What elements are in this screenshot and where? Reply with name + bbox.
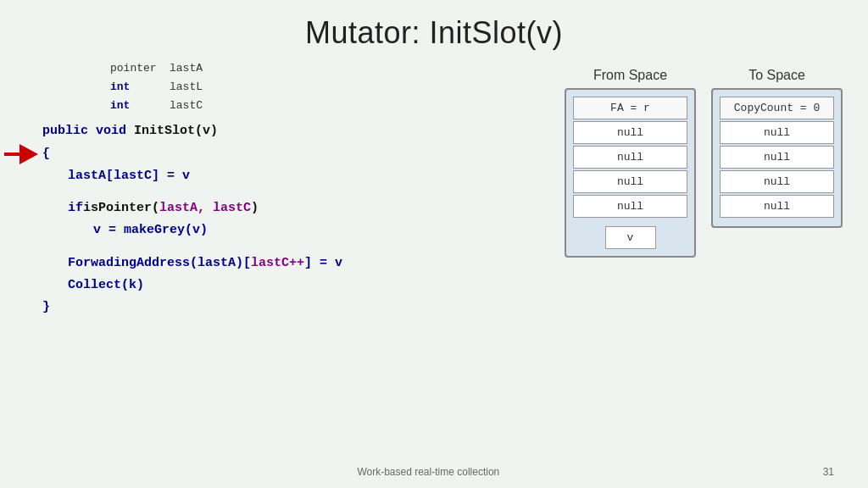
- from-space-label: From Space: [593, 68, 667, 83]
- to-cell-1: null: [720, 121, 834, 144]
- code-text-open: {: [42, 143, 50, 165]
- decl-name-lastc: lastC: [170, 97, 203, 115]
- code-line-forward: ForwadingAddress(lastA)[lastC++] = v: [68, 252, 548, 274]
- from-cell-3: null: [573, 170, 687, 193]
- code-text-assign: lastA[lastC] = v: [68, 165, 190, 187]
- from-cell-4: null: [573, 195, 687, 218]
- code-line-open: {: [42, 143, 548, 165]
- code-text-sig: public void InitSlot(v): [42, 120, 218, 142]
- decl-row-int1: int lastL: [110, 78, 548, 97]
- decl-name-lastl: lastL: [170, 78, 203, 97]
- code-line-close: }: [42, 297, 548, 319]
- to-space-label: To Space: [748, 68, 805, 83]
- from-v-cell: v: [605, 226, 656, 249]
- decl-row-int2: int lastC: [110, 97, 548, 115]
- diagram-wrapper: From Space FA = r null null null null v …: [565, 68, 843, 319]
- content-area: pointer lastA int lastL int lastC public…: [0, 51, 868, 319]
- code-line-makegrey: v = makeGrey(v): [93, 219, 548, 241]
- footer-center: Work-based real-time collection: [357, 466, 499, 478]
- to-space-container: To Space CopyCount = 0 null null null nu…: [711, 68, 843, 319]
- code-text-forward: ForwadingAddress(lastA)[lastC++] = v: [68, 252, 342, 274]
- code-blank2: [42, 242, 548, 252]
- footer: Work-based real-time collection 31: [0, 466, 868, 478]
- from-space-box: FA = r null null null null v: [565, 88, 696, 258]
- code-line-if: if isPointer(lastA, lastC): [68, 197, 548, 219]
- code-body: public void InitSlot(v) { lastA[lastC] =…: [42, 120, 548, 319]
- code-text-close: }: [42, 297, 50, 319]
- from-cell-0: FA = r: [573, 97, 687, 119]
- to-cell-2: null: [720, 146, 834, 169]
- code-section: pointer lastA int lastL int lastC public…: [42, 59, 548, 319]
- decl-type-int1: int: [110, 78, 161, 97]
- arrow-shaft: [4, 152, 21, 156]
- decl-type-int2: int: [110, 97, 161, 115]
- footer-page: 31: [823, 466, 834, 478]
- to-cell-4: null: [720, 195, 834, 218]
- decl-row-pointer: pointer lastA: [110, 59, 548, 78]
- to-cell-0: CopyCount = 0: [720, 97, 834, 119]
- arrow-indicator: [4, 144, 38, 164]
- code-blank1: [42, 187, 548, 197]
- decl-type-pointer: pointer: [110, 59, 161, 78]
- from-cell-1: null: [573, 121, 687, 144]
- from-space-container: From Space FA = r null null null null v: [565, 68, 696, 319]
- code-line-assign: lastA[lastC] = v: [68, 165, 548, 187]
- code-line-sig: public void InitSlot(v): [42, 120, 548, 142]
- slide: Mutator: InitSlot(v) pointer lastA int l…: [0, 0, 868, 488]
- code-line-collect: Collect(k): [68, 274, 548, 297]
- declaration-block: pointer lastA int lastL int lastC: [110, 59, 548, 115]
- decl-name-lasta: lastA: [170, 59, 203, 78]
- from-cell-2: null: [573, 146, 687, 169]
- code-text-makegrey: v = makeGrey(v): [93, 219, 208, 241]
- code-text-collect: Collect(k): [68, 274, 144, 297]
- arrow-head: [19, 144, 38, 164]
- slide-title: Mutator: InitSlot(v): [0, 0, 868, 51]
- to-cell-3: null: [720, 170, 834, 193]
- to-space-box: CopyCount = 0 null null null null: [711, 88, 843, 228]
